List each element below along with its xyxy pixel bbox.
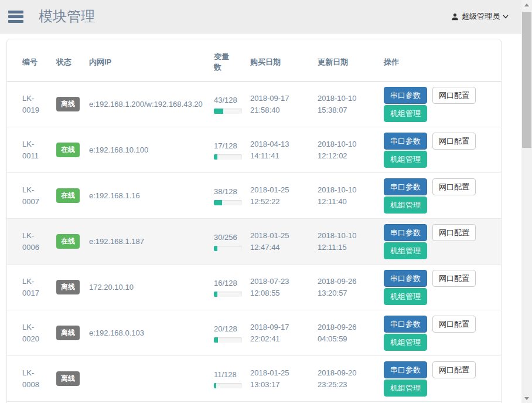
table-header-row: 编号 状态 内网IP 变量数 购买日期 更新日期 操作 bbox=[7, 39, 501, 82]
module-id: LK- 0008 bbox=[22, 367, 42, 391]
user-name: 超级管理员 bbox=[462, 11, 500, 22]
module-table-panel: 编号 状态 内网IP 变量数 购买日期 更新日期 操作 LK- 0019 离线 … bbox=[6, 39, 502, 403]
network-config-button[interactable]: 网口配置 bbox=[432, 361, 476, 378]
variable-count: 11/128 bbox=[214, 370, 236, 380]
menu-toggle-icon[interactable] bbox=[8, 9, 23, 25]
module-id: LK- 0011 bbox=[22, 138, 42, 162]
update-date: 2018-09-20 23:25:23 bbox=[307, 356, 373, 402]
table-row: LK- 0011 在线 e:192.168.10.100 17/128 2018… bbox=[7, 127, 501, 173]
user-menu[interactable]: 超级管理员 bbox=[451, 11, 509, 22]
scrollbar-thumb[interactable] bbox=[522, 12, 531, 148]
module-ip bbox=[79, 356, 203, 402]
vertical-scrollbar[interactable] bbox=[521, 0, 532, 403]
module-id: LK- 0007 bbox=[22, 184, 42, 208]
col-header-update: 更新日期 bbox=[307, 39, 373, 82]
update-date: 2018-10-10 12:11:15 bbox=[307, 219, 373, 265]
table-row: LK- 0006 在线 e:192.168.1.187 30/256 2018-… bbox=[7, 219, 501, 265]
status-badge: 在线 bbox=[56, 188, 80, 203]
progress-fill bbox=[214, 109, 223, 114]
module-ip: e:192.168.1.16 bbox=[79, 173, 203, 219]
purchase-date: 2018-01-25 12:52:22 bbox=[240, 173, 307, 219]
variable-count: 17/128 bbox=[214, 141, 236, 151]
variable-count: 38/128 bbox=[214, 187, 236, 197]
scroll-down-arrow-icon[interactable] bbox=[521, 394, 532, 403]
row-actions: 串口参数 机组管理 网口配置 bbox=[384, 224, 497, 259]
purchase-date: 2018-09-17 22:02:41 bbox=[240, 310, 307, 356]
network-config-button[interactable]: 网口配置 bbox=[432, 224, 476, 241]
unit-manage-button[interactable]: 机组管理 bbox=[384, 105, 427, 122]
status-badge: 离线 bbox=[56, 326, 80, 340]
table-row: LK- 0017 离线 172.20.10.10 16/128 2018-07-… bbox=[7, 265, 501, 310]
module-table-body: LK- 0019 离线 e:192.168.1.200/w:192.168.43… bbox=[7, 82, 501, 403]
page-title: 模块管理 bbox=[39, 7, 95, 26]
network-config-button[interactable]: 网口配置 bbox=[432, 133, 476, 150]
chevron-down-icon bbox=[503, 15, 509, 19]
unit-manage-button[interactable]: 机组管理 bbox=[384, 334, 427, 351]
progress-bar bbox=[214, 154, 242, 160]
table-row: LK- 0007 在线 e:192.168.1.16 38/128 2018-0… bbox=[7, 173, 501, 219]
row-actions: 串口参数 机组管理 网口配置 bbox=[384, 361, 497, 397]
table-row: LK- 0019 离线 e:192.168.1.200/w:192.168.43… bbox=[7, 82, 501, 127]
progress-fill bbox=[214, 200, 222, 205]
update-date: 2018-10-10 15:38:07 bbox=[307, 82, 373, 127]
unit-manage-button[interactable]: 机组管理 bbox=[384, 242, 427, 259]
unit-manage-button[interactable]: 机组管理 bbox=[384, 288, 427, 305]
status-badge: 离线 bbox=[56, 280, 80, 294]
col-header-status: 状态 bbox=[46, 39, 79, 82]
module-id: LK- 0006 bbox=[22, 230, 42, 253]
serial-params-button[interactable]: 串口参数 bbox=[384, 224, 427, 241]
serial-params-button[interactable]: 串口参数 bbox=[384, 361, 427, 378]
module-ip: 172.20.10.10 bbox=[79, 265, 203, 310]
network-config-button[interactable]: 网口配置 bbox=[432, 87, 476, 104]
variable-count: 16/128 bbox=[214, 278, 236, 289]
progress-fill bbox=[214, 246, 217, 251]
row-actions: 串口参数 机组管理 网口配置 bbox=[384, 133, 497, 168]
unit-manage-button[interactable]: 机组管理 bbox=[384, 380, 427, 397]
progress-bar bbox=[214, 383, 242, 388]
status-badge: 离线 bbox=[56, 97, 80, 111]
progress-fill bbox=[214, 154, 217, 160]
serial-params-button[interactable]: 串口参数 bbox=[384, 316, 427, 333]
serial-params-button[interactable]: 串口参数 bbox=[384, 270, 427, 287]
status-badge: 离线 bbox=[56, 371, 80, 386]
variable-count: 30/256 bbox=[214, 232, 236, 243]
serial-params-button[interactable]: 串口参数 bbox=[384, 178, 427, 195]
serial-params-button[interactable]: 串口参数 bbox=[384, 87, 427, 104]
row-actions: 串口参数 机组管理 网口配置 bbox=[384, 178, 497, 214]
col-header-id: 编号 bbox=[7, 39, 46, 82]
progress-fill bbox=[214, 292, 217, 297]
user-icon bbox=[451, 13, 459, 21]
progress-bar bbox=[214, 337, 242, 343]
network-config-button[interactable]: 网口配置 bbox=[432, 316, 476, 333]
status-badge: 在线 bbox=[56, 234, 80, 249]
update-date: 2018-10-10 12:12:02 bbox=[307, 127, 373, 173]
module-ip: e:192.168.10.100 bbox=[79, 127, 203, 173]
col-header-ip: 内网IP bbox=[79, 39, 203, 82]
module-ip: e:192.168.1.200/w:192.168.43.20 bbox=[79, 82, 203, 127]
progress-fill bbox=[214, 383, 216, 388]
purchase-date: 2018-09-17 21:58:40 bbox=[240, 82, 307, 127]
module-id: LK- 0020 bbox=[22, 321, 42, 345]
row-actions: 串口参数 机组管理 网口配置 bbox=[384, 87, 497, 122]
purchase-date: 2018-07-23 12:08:55 bbox=[240, 265, 307, 310]
progress-bar bbox=[214, 109, 242, 114]
network-config-button[interactable]: 网口配置 bbox=[432, 270, 476, 287]
progress-bar bbox=[214, 292, 242, 297]
variable-count: 20/128 bbox=[214, 324, 236, 334]
module-id: LK- 0017 bbox=[22, 276, 42, 299]
table-row: LK- 0008 离线 11/128 2018-01-25 13:03:17 2… bbox=[7, 356, 501, 402]
module-table: 编号 状态 内网IP 变量数 购买日期 更新日期 操作 LK- 0019 离线 … bbox=[7, 39, 501, 403]
status-badge: 在线 bbox=[56, 143, 80, 157]
update-date: 2018-09-26 13:20:57 bbox=[307, 265, 373, 310]
progress-fill bbox=[214, 337, 218, 343]
row-actions: 串口参数 机组管理 网口配置 bbox=[384, 316, 497, 351]
unit-manage-button[interactable]: 机组管理 bbox=[384, 197, 427, 214]
row-actions: 串口参数 机组管理 网口配置 bbox=[384, 270, 497, 305]
col-header-actions: 操作 bbox=[373, 39, 501, 82]
variable-count: 43/128 bbox=[214, 95, 236, 106]
network-config-button[interactable]: 网口配置 bbox=[432, 178, 476, 195]
table-row: LK- 0020 离线 e:192.168.0.103 20/128 2018-… bbox=[7, 310, 501, 356]
unit-manage-button[interactable]: 机组管理 bbox=[384, 151, 427, 168]
scroll-up-arrow-icon[interactable] bbox=[521, 0, 532, 9]
serial-params-button[interactable]: 串口参数 bbox=[384, 133, 427, 150]
